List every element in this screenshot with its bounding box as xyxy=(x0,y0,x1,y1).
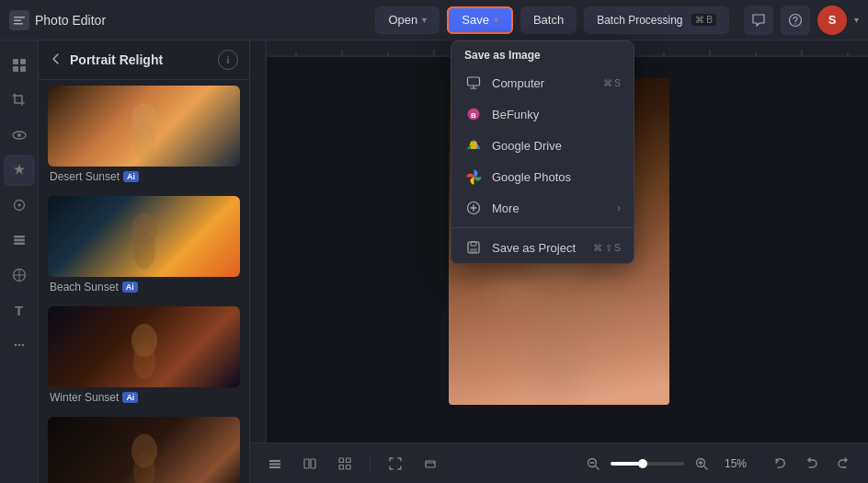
zoom-percent: 15% xyxy=(719,457,752,470)
save-gphotos-item[interactable]: Google Photos xyxy=(451,161,634,192)
svg-point-10 xyxy=(17,133,21,137)
fit-button[interactable] xyxy=(417,450,444,477)
save-gphotos-label: Google Photos xyxy=(492,170,621,184)
svg-rect-66 xyxy=(470,248,477,253)
svg-point-18 xyxy=(17,344,20,347)
ruler-vertical xyxy=(250,40,267,443)
topbar-icons: S ▾ xyxy=(744,6,859,35)
svg-rect-54 xyxy=(347,458,351,463)
save-gdrive-item[interactable]: Google Drive xyxy=(451,130,634,161)
left-sidebar: T xyxy=(0,40,39,483)
panel-title: Portrait Relight xyxy=(70,52,211,67)
history-button[interactable] xyxy=(767,450,794,477)
plus-icon xyxy=(464,199,483,217)
compare-button[interactable] xyxy=(296,450,324,477)
save-gdrive-label: Google Drive xyxy=(492,139,621,153)
zoom-slider[interactable] xyxy=(611,462,684,466)
zoom-in-button[interactable] xyxy=(688,450,715,477)
zoom-controls: 15% xyxy=(579,450,752,477)
svg-point-21 xyxy=(133,121,155,158)
panel-back-button[interactable] xyxy=(50,52,63,68)
sidebar-item-text[interactable]: T xyxy=(4,294,35,326)
svg-point-12 xyxy=(17,204,20,207)
fullscreen-button[interactable] xyxy=(382,450,409,477)
svg-point-25 xyxy=(133,342,155,379)
svg-rect-1 xyxy=(14,19,21,21)
zoom-out-button[interactable] xyxy=(579,450,607,477)
batch-processing-button[interactable]: Batch Processing ⌘ B xyxy=(584,6,729,34)
svg-rect-56 xyxy=(347,465,351,469)
dropdown-section-title: Save as Image xyxy=(451,41,634,67)
open-button[interactable]: Open ▾ xyxy=(375,6,440,34)
save-dropdown-menu: Save as Image Computer ⌘ S B BeFunky xyxy=(451,40,634,264)
svg-rect-14 xyxy=(14,239,25,242)
preset-thumbnail xyxy=(48,196,240,277)
redo-button[interactable] xyxy=(829,450,857,477)
save-befunky-item[interactable]: B BeFunky xyxy=(451,98,634,130)
svg-point-23 xyxy=(133,232,155,269)
svg-rect-51 xyxy=(304,459,309,468)
svg-rect-6 xyxy=(20,59,26,64)
svg-rect-57 xyxy=(426,461,435,467)
save-computer-item[interactable]: Computer ⌘ S xyxy=(451,67,634,98)
app-logo: Photo Editor xyxy=(9,10,106,30)
panel-header: Portrait Relight i xyxy=(39,40,249,80)
svg-rect-7 xyxy=(13,66,18,72)
topbar: Photo Editor Open ▾ Save ▾ Batch Batch P… xyxy=(0,0,868,40)
save-project-item[interactable]: Save as Project ⌘ ⇧ S xyxy=(451,232,634,263)
save-project-icon xyxy=(464,238,483,257)
svg-rect-60 xyxy=(468,77,480,86)
svg-text:B: B xyxy=(471,111,476,120)
avatar[interactable]: S xyxy=(817,6,847,35)
save-button[interactable]: Save ▾ xyxy=(447,6,513,34)
list-item[interactable]: Desert Sunset Ai xyxy=(39,80,249,190)
save-more-label: More xyxy=(492,201,608,215)
befunky-icon: B xyxy=(464,105,483,123)
google-drive-icon xyxy=(464,136,483,155)
grid-button[interactable] xyxy=(331,450,359,477)
separator xyxy=(370,454,371,473)
sidebar-item-more-tools[interactable] xyxy=(4,329,35,361)
svg-rect-5 xyxy=(13,59,18,64)
svg-point-17 xyxy=(14,344,17,347)
preset-thumbnail xyxy=(48,86,240,167)
list-item[interactable]: Beach Sunset Ai xyxy=(39,190,249,301)
svg-rect-55 xyxy=(339,465,344,469)
svg-point-4 xyxy=(794,23,795,24)
sidebar-item-effects[interactable] xyxy=(4,155,35,186)
layers-view-button[interactable] xyxy=(261,450,289,477)
logo-icon xyxy=(9,10,29,30)
sidebar-item-layers[interactable] xyxy=(4,224,35,256)
svg-rect-13 xyxy=(14,236,25,238)
sidebar-item-crop[interactable] xyxy=(4,85,35,116)
help-button[interactable] xyxy=(781,6,810,35)
messages-button[interactable] xyxy=(744,6,773,35)
batch-button[interactable]: Batch xyxy=(520,6,577,34)
preset-thumbnail xyxy=(48,306,240,387)
svg-rect-48 xyxy=(269,460,280,462)
panel-info-button[interactable]: i xyxy=(218,50,238,70)
more-arrow-icon: › xyxy=(617,201,621,214)
list-item[interactable]: Moonlit Campfire Ai xyxy=(39,411,249,483)
sidebar-item-touch[interactable] xyxy=(4,190,35,221)
list-item[interactable]: Winter Sunset Ai xyxy=(39,301,249,411)
save-chevron-icon: ▾ xyxy=(494,15,498,25)
avatar-chevron-icon: ▾ xyxy=(854,15,859,25)
save-project-kbd: ⌘ ⇧ S xyxy=(593,243,621,253)
svg-rect-15 xyxy=(14,243,25,246)
monitor-icon xyxy=(464,74,483,92)
svg-rect-50 xyxy=(269,466,280,468)
undo-button[interactable] xyxy=(798,450,826,477)
preset-thumbnail xyxy=(48,417,240,483)
save-computer-label: Computer xyxy=(492,76,594,90)
bottom-bar: 15% xyxy=(250,443,868,483)
batch-processing-kbd: ⌘ B xyxy=(691,14,716,26)
save-more-item[interactable]: More › xyxy=(451,192,634,224)
sidebar-item-objects[interactable] xyxy=(4,259,35,291)
svg-rect-53 xyxy=(339,458,344,463)
save-project-label: Save as Project xyxy=(492,241,584,255)
presets-panel: Portrait Relight i Desert Sunset Ai xyxy=(39,40,250,483)
sidebar-item-eye[interactable] xyxy=(4,120,35,151)
svg-rect-0 xyxy=(14,17,25,18)
sidebar-item-home[interactable] xyxy=(4,50,35,81)
